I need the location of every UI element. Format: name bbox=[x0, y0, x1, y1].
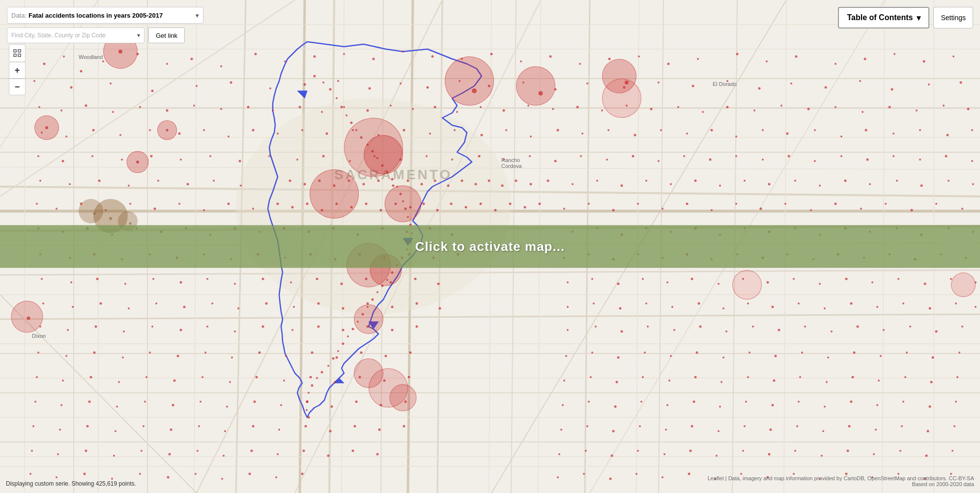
svg-rect-59 bbox=[14, 50, 16, 52]
svg-point-52 bbox=[236, 98, 511, 314]
data-dropdown-arrow[interactable]: ▾ bbox=[196, 12, 199, 19]
table-of-contents-button[interactable]: Table of Contents ▾ bbox=[838, 7, 929, 28]
bottom-right-status: Leaflet | Data, imagery and map informat… bbox=[708, 475, 974, 487]
location-placeholder: Find City, State, County or Zip Code bbox=[11, 32, 106, 39]
map-roads: SACRAMENTO bbox=[0, 0, 980, 493]
zoom-in-button[interactable]: + bbox=[9, 62, 26, 79]
location-dropdown-arrow[interactable]: ▾ bbox=[137, 32, 140, 39]
toc-label: Table of Contents bbox=[847, 13, 913, 22]
toc-arrow: ▾ bbox=[917, 13, 921, 23]
get-link-button[interactable]: Get link bbox=[148, 27, 185, 43]
settings-button[interactable]: Settings bbox=[933, 7, 973, 28]
map-container[interactable]: SACRAMENTO Woodland El Dorado RanchoCord… bbox=[0, 0, 980, 493]
top-right-controls: Table of Contents ▾ Settings bbox=[838, 7, 973, 28]
toolbar: Data: Fatal accidents locations in years… bbox=[7, 7, 203, 43]
data-year-text: Based on 2000-2020 data bbox=[708, 481, 974, 487]
location-input[interactable]: Find City, State, County or Zip Code ▾ bbox=[7, 27, 144, 43]
bottom-left-status: Displaying custom serie. Showing 425,619… bbox=[6, 480, 136, 487]
data-selector[interactable]: Data: Fatal accidents locations in years… bbox=[7, 7, 203, 24]
svg-text:SACRAMENTO: SACRAMENTO bbox=[334, 167, 452, 182]
zoom-out-button[interactable]: − bbox=[9, 79, 26, 95]
location-row: Find City, State, County or Zip Code ▾ G… bbox=[7, 27, 203, 43]
data-label-value: Fatal accidents locations in years 2005-… bbox=[29, 12, 192, 19]
svg-rect-60 bbox=[18, 50, 21, 52]
svg-rect-62 bbox=[18, 54, 21, 56]
data-label-prefix: Data: bbox=[11, 12, 27, 19]
frame-zoom-button[interactable] bbox=[9, 44, 26, 61]
attribution-text: Leaflet | Data, imagery and map informat… bbox=[708, 475, 974, 481]
zoom-controls: + − bbox=[9, 44, 26, 95]
svg-rect-61 bbox=[14, 54, 16, 56]
